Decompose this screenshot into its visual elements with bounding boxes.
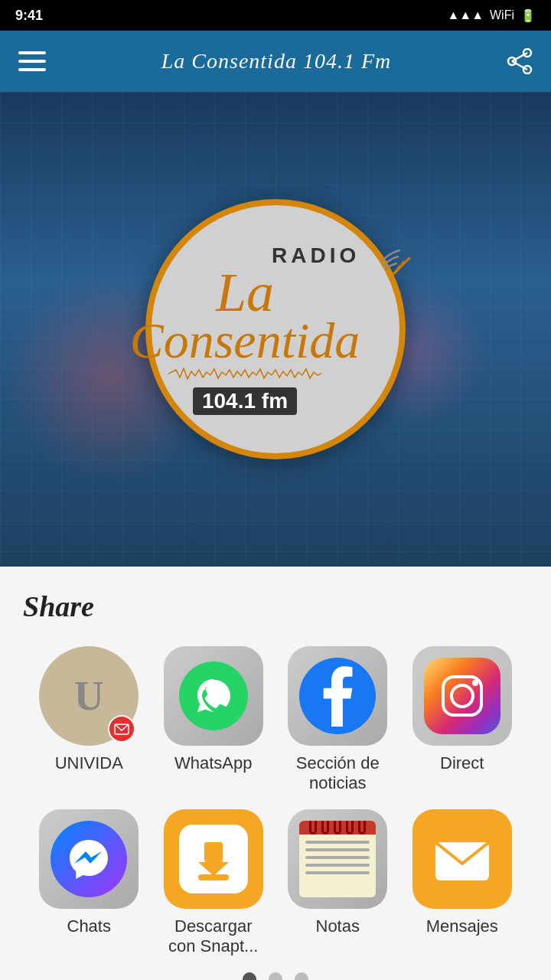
svg-marker-13: [198, 862, 229, 876]
email-icon: [114, 721, 129, 737]
svg-rect-1: [18, 60, 46, 63]
menu-icon[interactable]: [18, 51, 46, 71]
status-time: 9:41: [15, 8, 43, 24]
notas-line-5: [305, 871, 370, 874]
battery-icon: 🔋: [520, 8, 536, 23]
facebook-icon: [288, 646, 387, 746]
univida-letter: U: [74, 672, 104, 720]
app-title: La Consentida 104.1 Fm: [161, 49, 391, 74]
radio-logo-circle: RADIO La Consentida 104.1 fm: [145, 199, 406, 459]
mensajes-label: Mensajes: [426, 916, 498, 936]
messenger-logo: [66, 836, 112, 882]
svg-point-10: [452, 685, 473, 707]
facebook-label: Sección de noticias: [284, 753, 391, 794]
app-item-mensajes[interactable]: Mensajes: [404, 809, 521, 957]
direct-icon: [412, 646, 512, 746]
notas-top-bar: [299, 821, 376, 835]
app-item-whatsapp[interactable]: WhatsApp: [155, 646, 272, 794]
notas-ring-2: [321, 821, 329, 835]
instagram-logo: [435, 669, 489, 723]
logo-wave: [168, 366, 321, 381]
snapt-icon: [164, 809, 263, 909]
app-header: La Consentida 104.1 Fm: [0, 31, 551, 92]
svg-rect-12: [204, 842, 223, 862]
share-icon[interactable]: [507, 48, 533, 74]
dot-2[interactable]: [269, 972, 282, 980]
app-item-notas[interactable]: Notas: [279, 809, 396, 957]
whatsapp-inner: [179, 662, 248, 730]
messenger-icon: [39, 809, 139, 909]
mensajes-inner: [428, 825, 497, 893]
radio-tower-icon: [367, 247, 421, 300]
logo-la-text: La: [130, 268, 360, 318]
svg-rect-2: [18, 68, 46, 71]
mensajes-icon: [412, 809, 512, 909]
hero-section: RADIO La Consentida 104.1 fm: [0, 92, 551, 567]
download-icon: [191, 836, 236, 882]
notas-line-4: [305, 864, 370, 867]
whatsapp-icon: [164, 646, 263, 746]
messenger-inner: [51, 821, 127, 897]
chats-label: Chats: [67, 916, 111, 936]
notas-ring-4: [346, 821, 354, 835]
univida-label: UNIVIDA: [55, 753, 123, 773]
whatsapp-label: WhatsApp: [174, 753, 253, 773]
app-item-direct[interactable]: Direct: [404, 646, 521, 794]
svg-line-6: [512, 53, 527, 61]
status-bar: 9:41 ▲▲▲ WiFi 🔋: [0, 0, 551, 31]
notas-ring-5: [358, 821, 366, 835]
logo-consentida-text: Consentida: [130, 318, 360, 363]
direct-label: Direct: [440, 753, 484, 773]
status-icons: ▲▲▲ WiFi 🔋: [448, 8, 536, 23]
instagram-inner: [424, 658, 500, 734]
share-title: Share: [23, 590, 528, 623]
notas-label: Notas: [316, 916, 360, 936]
facebook-inner: [299, 658, 376, 734]
univida-badge: [108, 715, 135, 743]
notas-inner: [299, 821, 376, 897]
whatsapp-logo: [191, 673, 236, 719]
dot-3[interactable]: [295, 972, 308, 980]
app-item-chats[interactable]: Chats: [31, 809, 148, 957]
snapt-inner: [179, 825, 248, 893]
dot-1[interactable]: [243, 972, 256, 980]
logo-content: RADIO La Consentida 104.1 fm: [115, 228, 437, 430]
svg-point-11: [472, 680, 478, 686]
snapt-label: Descargar con Snapt...: [160, 916, 267, 957]
signal-icon: ▲▲▲: [448, 8, 484, 22]
share-section: Share U UNIVIDA: [0, 567, 551, 980]
facebook-f-logo: [315, 665, 360, 727]
wifi-icon: WiFi: [490, 8, 514, 22]
univida-icon: U: [39, 646, 139, 746]
svg-line-7: [512, 61, 527, 70]
notas-line-2: [305, 848, 370, 851]
app-item-univida[interactable]: U UNIVIDA: [31, 646, 148, 794]
pagination-dots: [23, 957, 528, 980]
notas-ring-1: [309, 821, 317, 835]
notas-line-1: [305, 841, 370, 844]
notas-lines: [299, 835, 376, 897]
svg-rect-0: [18, 51, 46, 54]
envelope-icon: [432, 828, 493, 890]
app-item-snapt[interactable]: Descargar con Snapt...: [155, 809, 272, 957]
notas-ring-3: [334, 821, 341, 835]
app-item-facebook[interactable]: Sección de noticias: [279, 646, 396, 794]
svg-rect-14: [198, 874, 229, 880]
notas-line-3: [305, 856, 370, 859]
notas-icon: [288, 809, 387, 909]
logo-freq-text: 104.1 fm: [193, 387, 297, 415]
apps-grid: U UNIVIDA WhatsApp: [23, 646, 528, 957]
